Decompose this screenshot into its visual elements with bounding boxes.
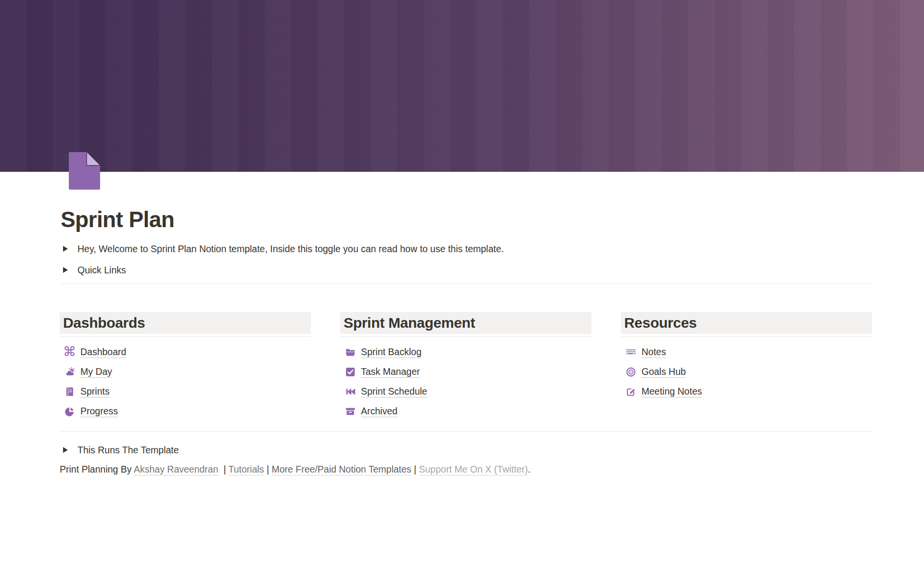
- footer-text: .: [528, 464, 530, 474]
- footer-link-akshay-raveendran[interactable]: Akshay Raveendran: [134, 464, 218, 474]
- page-link-row: Archived: [340, 401, 591, 421]
- page-link-row: Notes: [621, 342, 872, 362]
- toggle-arrow-icon[interactable]: [60, 246, 71, 252]
- footer-link-more-free-paid-notion-templates[interactable]: More Free/Paid Notion Templates: [271, 464, 411, 474]
- page-link-notes[interactable]: Notes: [642, 346, 666, 358]
- page-link-row: Meeting Notes: [621, 382, 872, 401]
- rewind-icon: [345, 386, 356, 397]
- page-link-sprints[interactable]: Sprints: [80, 386, 110, 397]
- section-heading-text: Dashboards: [63, 315, 145, 331]
- toggle-label: This Runs The Template: [77, 445, 179, 456]
- page-link-row: Goals Hub: [621, 362, 872, 382]
- keyboard-icon: [625, 346, 636, 358]
- page-content: Sprint Plan Hey, Welcome to Sprint Plan …: [60, 0, 872, 476]
- divider: [60, 431, 872, 432]
- edit-square-icon: [625, 386, 636, 397]
- footer-link-support-me-on-x-twitter[interactable]: Support Me On X (Twitter): [419, 464, 528, 474]
- folder-open-icon: [345, 346, 356, 358]
- section-heading-text: Resources: [624, 315, 697, 331]
- page-link-my-day[interactable]: My Day: [80, 366, 112, 377]
- page-link-goals-hub[interactable]: Goals Hub: [642, 366, 686, 377]
- section-heading: Sprint Management: [340, 312, 591, 334]
- page-link-sprint-schedule[interactable]: Sprint Schedule: [361, 386, 427, 397]
- toggle-quick-links[interactable]: Quick Links: [60, 259, 872, 281]
- footer-link-tutorials[interactable]: Tutorials: [229, 464, 264, 474]
- page-link-sprint-backlog[interactable]: Sprint Backlog: [361, 346, 422, 358]
- section-sprint-management: Sprint ManagementSprint BacklogTask Mana…: [340, 312, 591, 421]
- target-icon: [625, 366, 636, 377]
- section-heading: Resources: [621, 312, 872, 334]
- footer-text: |: [411, 464, 419, 474]
- page-title[interactable]: Sprint Plan: [61, 208, 872, 231]
- footer-text: Print Planning By: [60, 464, 134, 474]
- toggle-arrow-icon[interactable]: [60, 447, 71, 453]
- page-link-list: NotesGoals HubMeeting Notes: [621, 337, 872, 401]
- archive-box-icon: [345, 406, 356, 417]
- page-link-progress[interactable]: Progress: [80, 406, 118, 417]
- footer-text: |: [218, 464, 229, 474]
- page-link-row: ⌘Dashboard: [60, 342, 311, 362]
- toggle-welcome[interactable]: Hey, Welcome to Sprint Plan Notion templ…: [60, 238, 872, 259]
- page-link-list: Sprint BacklogTask ManagerSprint Schedul…: [340, 337, 591, 421]
- checkbox-checked-icon: [345, 366, 356, 377]
- toggle-arrow-icon[interactable]: [60, 267, 71, 273]
- section-heading-text: Sprint Management: [344, 315, 475, 331]
- page-link-row: Sprints: [60, 382, 311, 401]
- divider: [60, 283, 872, 284]
- page-link-row: Sprint Backlog: [340, 342, 591, 362]
- sun-behind-cloud-icon: [64, 366, 75, 377]
- page-link-row: My Day: [60, 362, 311, 382]
- page-link-dashboard[interactable]: Dashboard: [80, 346, 126, 358]
- toggle-label: Hey, Welcome to Sprint Plan Notion templ…: [77, 244, 504, 255]
- page-link-archived[interactable]: Archived: [361, 406, 398, 417]
- toggle-label: Quick Links: [77, 265, 126, 276]
- command-icon: ⌘: [64, 346, 75, 358]
- page-link-meeting-notes[interactable]: Meeting Notes: [642, 386, 702, 397]
- page-link-row: Sprint Schedule: [340, 382, 591, 401]
- section-heading: Dashboards: [60, 312, 311, 334]
- page-link-row: Progress: [60, 401, 311, 421]
- page-link-row: Task Manager: [340, 362, 591, 382]
- journal-page-icon: [64, 386, 75, 397]
- toggle-this-runs-the-template[interactable]: This Runs The Template: [60, 439, 872, 461]
- pie-chart-icon: [64, 406, 75, 417]
- footer-text: |: [264, 464, 272, 474]
- page-link-task-manager[interactable]: Task Manager: [361, 366, 420, 377]
- link-columns: Dashboards⌘DashboardMy DaySprintsProgres…: [60, 312, 872, 421]
- footer-credits: Print Planning By Akshay Raveendran | Tu…: [60, 463, 872, 476]
- page-link-list: ⌘DashboardMy DaySprintsProgress: [60, 337, 311, 421]
- section-resources: ResourcesNotesGoals HubMeeting Notes: [621, 312, 872, 421]
- section-dashboards: Dashboards⌘DashboardMy DaySprintsProgres…: [60, 312, 311, 421]
